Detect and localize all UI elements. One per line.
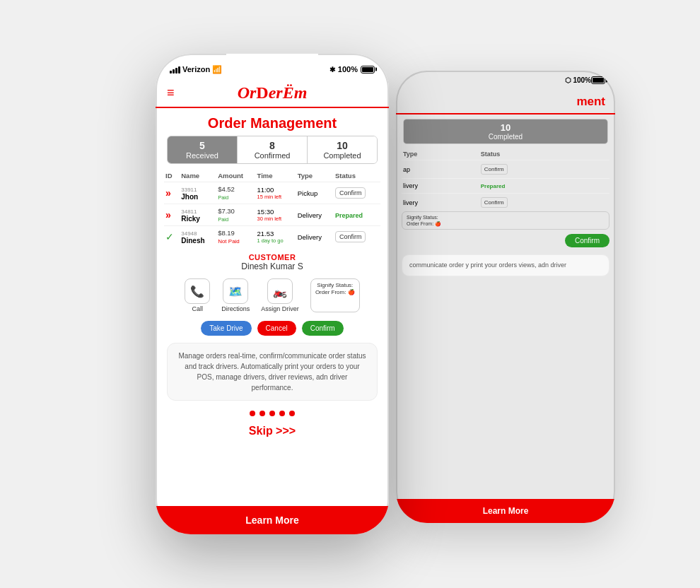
cancel-button[interactable]: Cancel	[257, 321, 296, 336]
app-header: ≡ OrDerËm	[156, 79, 389, 108]
back-col-type: Type	[402, 148, 479, 160]
row3-time: 21.531 day to go	[256, 226, 296, 248]
col-status: Status	[334, 170, 380, 182]
double-arrow-right-icon-2: »	[165, 209, 171, 220]
call-label: Call	[192, 305, 204, 312]
row1-type: Pickup	[296, 182, 334, 204]
table-row: » 34811Ricky $7.30Paid 15:3030 min left …	[164, 204, 380, 226]
signal-bar-4	[178, 66, 180, 74]
back-tabs[interactable]: 10 Completed	[403, 119, 608, 144]
back-confirm-btn-3[interactable]: Confirm	[481, 197, 508, 208]
back-battery-icon	[591, 76, 605, 92]
customer-label: CUSTOMER	[156, 253, 389, 261]
signify-line2: Order From: 🍎	[315, 289, 355, 295]
dot-3[interactable]	[269, 411, 275, 416]
back-main-confirm-button[interactable]: Confirm	[565, 234, 609, 247]
dot-5[interactable]	[289, 411, 295, 416]
skip-button[interactable]: Skip >>>	[156, 421, 389, 443]
battery-pct-label: 100%	[338, 65, 358, 74]
confirm-btn-row3[interactable]: Confirm	[335, 231, 366, 242]
back-status-bar: ⬡ 100%	[396, 71, 615, 92]
call-button[interactable]: 📞 Call	[185, 278, 210, 312]
row1-amount: $4.52Paid	[216, 182, 255, 204]
back-tab-completed-count: 10	[405, 122, 606, 133]
back-tab-completed-label: Completed	[489, 133, 523, 141]
assign-driver-button[interactable]: 🏍️ Assign Driver	[261, 278, 299, 312]
call-icon[interactable]: 📞	[185, 278, 210, 304]
back-confirm-btn-1[interactable]: Confirm	[481, 164, 508, 175]
back-learn-more-bar[interactable]: Learn More	[396, 499, 615, 523]
signify-line1: Signify Status:	[317, 282, 353, 288]
back-orders-table: Type Status ap Confirm livery Prepared l…	[402, 148, 609, 211]
back-signify-box[interactable]: Signify Status: Order From: 🍎	[402, 211, 609, 230]
back-col-status: Status	[479, 148, 609, 160]
table-row: ap Confirm	[402, 160, 609, 179]
back-row3-status[interactable]: Confirm	[479, 194, 609, 212]
hamburger-icon[interactable]: ≡	[167, 86, 175, 100]
tab-confirmed-count: 8	[239, 140, 305, 151]
directions-button[interactable]: 🗺️ Directions	[221, 278, 250, 312]
cta-buttons-row: Take Drive Cancel Confirm	[156, 317, 389, 340]
learn-more-bar[interactable]: Learn More	[156, 506, 389, 534]
app-logo: OrDerËm	[238, 83, 308, 102]
customer-section: CUSTOMER Dinesh Kumar S	[156, 247, 389, 274]
tab-completed[interactable]: 10 Completed	[308, 136, 377, 163]
table-row: ✓ 34948Dinesh $8.19Not Paid 21.531 day t…	[164, 226, 380, 248]
dot-2[interactable]	[259, 411, 265, 416]
row3-id-name: 34948Dinesh	[180, 226, 216, 248]
dot-4[interactable]	[279, 411, 285, 416]
row2-amount: $7.30Paid	[216, 204, 255, 226]
row1-status[interactable]: Confirm	[334, 182, 380, 204]
tab-received[interactable]: 5 Received	[168, 136, 238, 163]
back-row2-type: livery	[402, 179, 479, 194]
tab-confirmed-label: Confirmed	[255, 151, 291, 160]
row1-arrow: »	[164, 182, 180, 204]
action-buttons-row: 📞 Call 🗺️ Directions 🏍️ Assign Driver Si…	[156, 274, 389, 317]
main-confirm-button[interactable]: Confirm	[302, 321, 344, 336]
col-id: ID	[164, 170, 180, 182]
back-row2-status: Prepared	[479, 179, 609, 194]
back-signify-line1: Signify Status:	[407, 215, 438, 220]
back-info-text: communicate order y print your orders vi…	[409, 261, 566, 269]
table-row: livery Prepared	[402, 179, 609, 194]
signify-status-box[interactable]: Signify Status: Order From: 🍎	[310, 278, 360, 312]
notch	[226, 54, 318, 74]
assign-driver-icon[interactable]: 🏍️	[267, 278, 293, 304]
screen: ≡ OrDerËm Order Management 5 Received 8…	[156, 79, 389, 534]
tab-completed-label: Completed	[323, 151, 361, 160]
col-time: Time	[256, 170, 296, 182]
row3-type: Delivery	[296, 226, 334, 248]
row1-id-name: 33911Jhon	[180, 182, 216, 204]
phone-back: ⬡ 100% ment 10 Completed Type	[396, 71, 615, 523]
back-bluetooth-icon: ⬡	[565, 76, 573, 92]
order-tabs[interactable]: 5 Received 8 Confirmed 10 Completed	[167, 136, 378, 164]
table-row: » 33911Jhon $4.52Paid 11:0015 min left P…	[164, 182, 380, 204]
tab-received-count: 5	[169, 140, 235, 151]
row3-status[interactable]: Confirm	[334, 226, 380, 248]
back-row3-type: livery	[402, 194, 479, 212]
orders-table: ID Name Amount Time Type Status » 33911J…	[164, 170, 380, 247]
back-tab-completed[interactable]: 10 Completed	[404, 119, 607, 143]
status-right: ✱ 100%	[329, 65, 375, 74]
dot-1[interactable]	[250, 411, 255, 416]
carrier-label: Verizon	[182, 65, 210, 74]
back-row1-status[interactable]: Confirm	[479, 160, 609, 179]
battery-icon	[361, 66, 375, 74]
back-row1-type: ap	[402, 160, 479, 179]
back-header: ment	[396, 92, 615, 114]
take-drive-button[interactable]: Take Drive	[201, 321, 251, 336]
row3-amount: $8.19Not Paid	[216, 226, 255, 248]
customer-name: Dinesh Kumar S	[156, 261, 389, 271]
double-arrow-right-icon: »	[165, 187, 171, 199]
signal-bars-icon	[170, 65, 180, 74]
row2-time: 15:3030 min left	[256, 204, 296, 226]
carousel-dots	[156, 404, 389, 421]
tab-completed-count: 10	[309, 140, 375, 151]
back-screen: ⬡ 100% ment 10 Completed Type	[396, 71, 615, 523]
directions-label: Directions	[221, 305, 250, 312]
back-page-title: ment	[403, 95, 608, 109]
signal-bar-2	[173, 69, 175, 74]
confirm-btn-row1[interactable]: Confirm	[335, 187, 366, 199]
directions-icon[interactable]: 🗺️	[223, 278, 248, 304]
tab-confirmed[interactable]: 8 Confirmed	[238, 136, 308, 163]
